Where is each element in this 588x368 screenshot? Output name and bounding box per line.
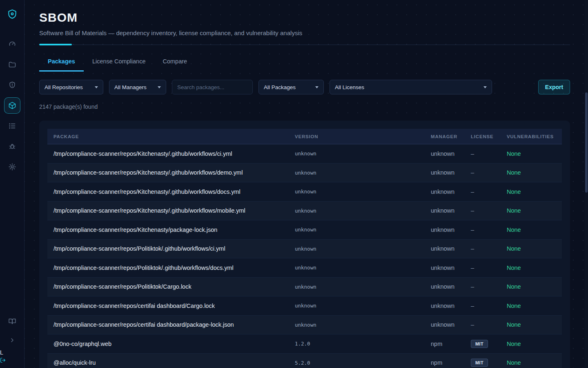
sidebar-item-docs[interactable] (4, 313, 20, 330)
cell-license: – (465, 321, 501, 328)
cell-vulnerabilities: None (501, 321, 562, 328)
cell-manager: unknown (425, 207, 465, 214)
cell-license: – (465, 245, 501, 252)
cell-manager: unknown (425, 321, 465, 328)
sidebar-item-dashboard[interactable] (4, 36, 20, 52)
table-row[interactable]: /tmp/compliance-scanner/repos/Kitchenast… (47, 144, 562, 164)
bottom-left-label: L (0, 349, 6, 356)
search-input[interactable] (172, 80, 253, 94)
column-header-version: VERSION (289, 134, 425, 139)
cell-vulnerabilities: None (501, 245, 562, 252)
sidebar-item-issues[interactable] (4, 138, 20, 155)
tab-packages[interactable]: Packages (39, 54, 84, 72)
cell-license: – (465, 150, 501, 157)
packages-select-value: All Packages (264, 84, 296, 90)
cell-manager: unknown (425, 245, 465, 252)
cell-version: unknown (289, 227, 425, 233)
folder-icon (8, 61, 16, 69)
cell-version: unknown (289, 150, 425, 157)
main-content: SBOM Software Bill of Materials — depend… (24, 0, 588, 368)
shield-alert-icon (8, 81, 16, 89)
cell-package: /tmp/compliance-scanner/repos/Kitchenast… (47, 150, 289, 157)
cell-license: MIT (465, 340, 501, 348)
cell-license: – (465, 227, 501, 233)
table-row[interactable]: @0no-co/graphql.web 1.2.0 npm MIT None (47, 334, 562, 354)
bug-icon (8, 142, 16, 150)
table-row[interactable]: /tmp/compliance-scanner/repos/certifai d… (47, 316, 562, 335)
sidebar-item-repositories[interactable] (4, 56, 20, 73)
sidebar-item-vulnerabilities[interactable] (4, 77, 20, 93)
table-row[interactable]: /tmp/compliance-scanner/repos/Kitchenast… (47, 182, 562, 202)
column-header-manager: MANAGER (425, 134, 465, 139)
bottom-left-overlay: L (0, 349, 6, 363)
sidebar-item-settings[interactable] (4, 159, 20, 175)
sidebar-item-sbom[interactable] (4, 97, 20, 114)
tab-compare[interactable]: Compare (154, 54, 196, 72)
table-header-row: PACKAGE VERSION MANAGER LICENSE VULNERAB… (47, 129, 562, 144)
managers-select[interactable]: All Managers (109, 80, 166, 94)
app-logo shield-icon[interactable] (5, 7, 19, 21)
cell-vulnerabilities: None (501, 207, 562, 214)
page-subtitle: Software Bill of Materials — dependency … (39, 29, 570, 36)
collapse-sidebar-button[interactable] (4, 332, 20, 348)
cell-license: – (465, 188, 501, 195)
page-title: SBOM (39, 11, 570, 25)
table-row[interactable]: /tmp/compliance-scanner/repos/Politiktok… (47, 278, 562, 297)
page-scrollbar-track (585, 0, 588, 368)
cell-version: unknown (289, 170, 425, 176)
cell-manager: npm (425, 341, 465, 347)
cell-package: /tmp/compliance-scanner/repos/Kitchenast… (47, 227, 289, 233)
cell-vulnerabilities: None (501, 227, 562, 233)
cell-package: /tmp/compliance-scanner/repos/certifai d… (47, 303, 289, 309)
packages-select[interactable]: All Packages (258, 80, 324, 94)
cell-manager: unknown (425, 265, 465, 271)
sidebar-bottom (4, 313, 20, 368)
packages-table: PACKAGE VERSION MANAGER LICENSE VULNERAB… (39, 121, 570, 368)
cell-package: /tmp/compliance-scanner/repos/Kitchenast… (47, 169, 289, 176)
tab-license-compliance[interactable]: License Compliance (84, 54, 154, 72)
table-row[interactable]: /tmp/compliance-scanner/repos/certifai d… (47, 296, 562, 316)
table-row[interactable]: /tmp/compliance-scanner/repos/Kitchenast… (47, 220, 562, 240)
logout-icon (0, 357, 6, 363)
chevron-down-icon (95, 86, 98, 88)
column-header-package: PACKAGE (47, 134, 289, 139)
tab-bar: Packages License Compliance Compare (39, 54, 570, 72)
sidebar-nav (4, 36, 20, 175)
repositories-select[interactable]: All Repositories (39, 80, 103, 94)
table-row[interactable]: /tmp/compliance-scanner/repos/Kitchenast… (47, 164, 562, 183)
repositories-select-value: All Repositories (45, 84, 83, 90)
cell-manager: unknown (425, 188, 465, 195)
cell-package: /tmp/compliance-scanner/repos/certifai d… (47, 321, 289, 328)
table-row[interactable]: /tmp/compliance-scanner/repos/Kitchenast… (47, 202, 562, 221)
column-header-license: LICENSE (465, 134, 501, 139)
page-scrollbar-thumb[interactable] (585, 92, 588, 193)
licenses-select-value: All Licenses (335, 84, 364, 90)
chevron-right-icon (9, 337, 16, 343)
cell-version: unknown (289, 284, 425, 290)
cell-version: unknown (289, 188, 425, 195)
cell-version: unknown (289, 246, 425, 252)
table-row[interactable]: /tmp/compliance-scanner/repos/Politiktok… (47, 240, 562, 259)
cell-license: – (465, 265, 501, 271)
table-row[interactable]: @alloc/quick-lru 5.2.0 npm MIT None (47, 354, 562, 368)
cell-vulnerabilities: None (501, 265, 562, 271)
export-button[interactable]: Export (538, 80, 570, 94)
cell-package: /tmp/compliance-scanner/repos/Kitchenast… (47, 207, 289, 214)
cell-package: /tmp/compliance-scanner/repos/Kitchenast… (47, 188, 289, 195)
header-divider (39, 45, 570, 45)
license-badge: MIT (471, 340, 488, 348)
managers-select-value: All Managers (114, 84, 147, 90)
cell-vulnerabilities: None (501, 150, 562, 157)
cell-manager: unknown (425, 303, 465, 309)
gear-icon (8, 163, 16, 171)
cell-vulnerabilities: None (501, 303, 562, 309)
cell-vulnerabilities: None (501, 341, 562, 347)
cell-version: 1.2.0 (289, 341, 425, 347)
table-row[interactable]: /tmp/compliance-scanner/repos/Politiktok… (47, 258, 562, 278)
list-icon (8, 122, 16, 130)
filter-bar: All Repositories All Managers All Packag… (39, 80, 570, 94)
sidebar (0, 0, 24, 368)
gauge-icon (8, 40, 16, 48)
sidebar-item-reports[interactable] (4, 118, 20, 134)
licenses-select[interactable]: All Licenses (330, 80, 492, 94)
